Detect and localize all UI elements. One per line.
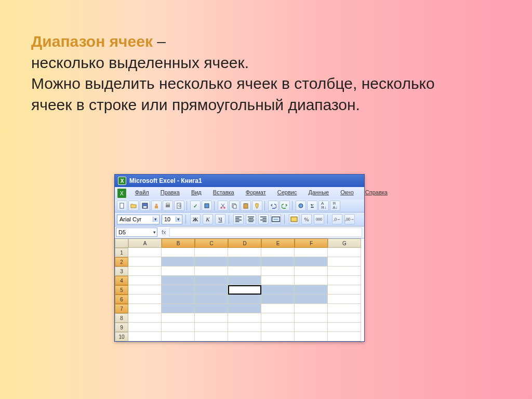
cell[interactable] [195,295,228,304]
cell[interactable] [328,332,361,341]
cell[interactable] [195,248,228,257]
paste-icon[interactable] [241,201,251,211]
cell[interactable] [295,267,328,276]
sort-desc-icon[interactable]: ЯА↓ [330,201,340,211]
increase-decimal-icon[interactable]: ,00→ [344,214,355,224]
cell[interactable] [228,267,261,276]
hyperlink-icon[interactable] [296,201,306,211]
undo-icon[interactable] [268,201,278,211]
cell[interactable] [295,304,328,313]
cell[interactable] [128,295,162,304]
formula-input[interactable] [169,228,362,237]
cell[interactable] [261,285,295,295]
menu-window[interactable]: Окно [335,188,359,198]
italic-button[interactable]: К [203,214,213,224]
cut-icon[interactable] [218,201,228,211]
cell[interactable] [195,276,228,285]
copy-icon[interactable] [229,201,240,211]
spreadsheet-grid[interactable]: A B C D E F G 1 2 3 4 5 6 7 8 9 10 [115,238,364,341]
cell[interactable] [261,257,295,267]
preview-icon[interactable] [174,201,184,211]
menu-view[interactable]: Вид [186,188,207,198]
cell[interactable] [162,304,195,313]
cell[interactable] [195,304,228,313]
cell[interactable] [128,304,162,313]
save-icon[interactable] [140,201,150,211]
select-all-corner[interactable] [115,238,128,248]
menu-format[interactable]: Формат [241,188,271,198]
cell[interactable] [328,257,361,267]
row-4[interactable]: 4 [115,276,128,285]
comma-button[interactable]: 000 [314,214,324,224]
cell[interactable] [328,323,361,332]
row-8[interactable]: 8 [115,313,128,323]
bold-button[interactable]: Ж [190,214,201,224]
sort-asc-icon[interactable]: АЯ↓ [318,201,329,211]
row-10[interactable]: 10 [115,332,128,341]
cell[interactable] [162,257,195,267]
merge-icon[interactable] [271,214,281,224]
cell[interactable] [128,257,162,267]
cell[interactable] [261,248,295,257]
underline-button[interactable]: Ч [215,214,225,224]
cell[interactable] [295,257,328,267]
cell[interactable] [228,295,261,304]
cell[interactable] [162,313,195,323]
col-B[interactable]: B [162,238,195,248]
menu-insert[interactable]: Вставка [208,188,240,198]
cell[interactable] [128,267,162,276]
decrease-decimal-icon[interactable]: ,0← [332,214,342,224]
spelling-icon[interactable]: ✓ [190,201,201,211]
row-1[interactable]: 1 [115,248,128,257]
cell[interactable] [128,276,162,285]
col-D[interactable]: D [228,238,261,248]
cell[interactable] [328,248,361,257]
row-6[interactable]: 6 [115,295,128,304]
cell[interactable] [328,295,361,304]
cell[interactable] [328,276,361,285]
cell[interactable] [128,248,162,257]
open-icon[interactable] [128,201,139,211]
cell[interactable] [195,285,228,295]
fx-label[interactable]: fx [158,229,169,235]
cell[interactable] [295,323,328,332]
cell[interactable] [295,332,328,341]
redo-icon[interactable] [280,201,290,211]
cell[interactable] [328,285,361,295]
new-icon[interactable] [117,201,127,211]
cell[interactable] [162,332,195,341]
menu-help[interactable]: Справка [360,188,393,198]
menu-tools[interactable]: Сервис [272,188,302,198]
percent-button[interactable]: % [301,214,312,224]
cell[interactable] [228,332,261,341]
align-left-icon[interactable] [233,214,244,224]
cell[interactable] [228,304,261,313]
col-E[interactable]: E [261,238,295,248]
row-9[interactable]: 9 [115,323,128,332]
cell[interactable] [195,313,228,323]
row-5[interactable]: 5 [115,285,128,295]
col-F[interactable]: F [295,238,328,248]
cell[interactable] [261,332,295,341]
cell[interactable] [261,276,295,285]
cell[interactable] [128,313,162,323]
active-cell[interactable] [228,285,261,295]
cell[interactable] [261,267,295,276]
align-center-icon[interactable] [246,214,256,224]
align-right-icon[interactable] [258,214,269,224]
cell[interactable] [295,313,328,323]
cell[interactable] [228,313,261,323]
menu-file[interactable]: Файл [130,188,154,198]
cell[interactable] [162,285,195,295]
cell[interactable] [128,323,162,332]
size-combo[interactable]: 10 [162,215,182,224]
col-G[interactable]: G [328,238,361,248]
row-2[interactable]: 2 [115,257,128,267]
autosum-icon[interactable]: Σ [307,201,317,211]
cell[interactable] [195,257,228,267]
cell[interactable] [162,248,195,257]
cell[interactable] [328,304,361,313]
cell[interactable] [328,313,361,323]
currency-icon[interactable] [289,214,299,224]
col-A[interactable]: A [128,238,162,248]
